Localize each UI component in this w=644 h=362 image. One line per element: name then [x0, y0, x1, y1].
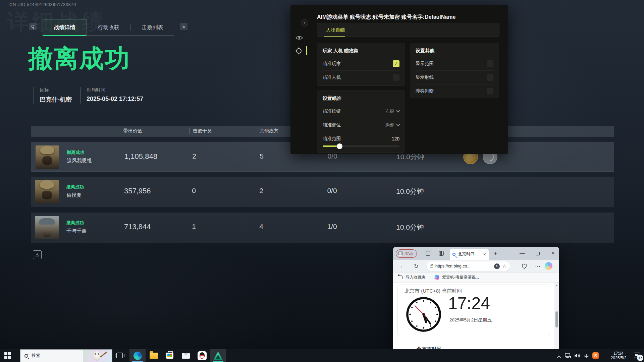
bookmark-site[interactable]: 爱壹帆-海量高清视...: [442, 275, 479, 280]
row-label: 瞄准人机: [323, 74, 341, 80]
bing-rewards-icon[interactable]: ↻: [494, 263, 500, 269]
current-date: 2025年5月2日星期五: [449, 317, 492, 323]
menu-row-aim-players[interactable]: 瞄准玩家 ✓: [323, 57, 399, 70]
back-icon[interactable]: ←: [399, 262, 407, 270]
avatar: [35, 180, 59, 203]
sogou-input-icon[interactable]: S: [592, 352, 599, 359]
header-other-enemies: 其他敌方: [256, 128, 278, 134]
taskbar-search-box[interactable]: 搜索: [20, 349, 112, 362]
taskbar-game[interactable]: [210, 349, 226, 362]
card-aim-settings: 设置瞄准 瞄准按键 右键 瞄准部位 胸部 瞄准范围 120: [317, 90, 405, 153]
row-carry-value: 713,844: [124, 223, 151, 231]
header-operator-kills: 击败干员: [189, 128, 212, 134]
menu-row-aim-key[interactable]: 瞄准按键 右键: [323, 104, 399, 118]
chevron-down-icon: [396, 122, 400, 126]
volume-icon[interactable]: [574, 353, 580, 360]
row-player-name: 追风我思维: [67, 158, 92, 164]
avatar: [36, 145, 59, 169]
warning-icon: ⚠: [33, 250, 42, 259]
tabs-underline: [86, 35, 174, 36]
workspaces-icon[interactable]: [425, 250, 431, 257]
checkbox-unchecked[interactable]: [393, 74, 399, 81]
row-status: 撤离成功: [66, 184, 84, 190]
tray-chevron-icon[interactable]: [557, 354, 561, 360]
tab-battle-detail[interactable]: 战绩详情: [43, 19, 87, 36]
more-menu-icon[interactable]: ⋯: [534, 262, 541, 270]
dropdown-value: 右键: [385, 108, 394, 114]
eye-icon[interactable]: [295, 35, 303, 42]
menu-row-aim-bots[interactable]: 瞄准人机: [323, 70, 399, 84]
taskbar-qq[interactable]: [194, 349, 210, 362]
chevron-down-icon: [396, 109, 400, 112]
menu-row-show-range[interactable]: 显示范围: [416, 57, 493, 70]
time-result-card: 北京市 (UTC+8) 当前时间 17:24 2025年5月2日星期五: [397, 285, 550, 336]
taskbar-file-explorer[interactable]: [146, 349, 162, 362]
url-text[interactable]: https://cn.bing.co...: [435, 264, 492, 268]
info-time: 对局时间 2025-05-02 17:12:57: [80, 87, 143, 104]
browser-essentials-icon[interactable]: [521, 262, 528, 270]
row-player-name: 偷摸夏: [66, 192, 82, 198]
task-view-button[interactable]: [116, 353, 123, 358]
taskbar-clock[interactable]: 17:24 2025/5/2: [604, 351, 633, 360]
new-tab-button[interactable]: +: [494, 250, 497, 257]
taskbar-store[interactable]: [162, 349, 178, 362]
card-other-settings: 设置其他 显示范围 显示射线 障碍判断: [410, 43, 499, 98]
tab-action-gains[interactable]: 行动收获: [87, 19, 130, 36]
aim-key-dropdown[interactable]: 右键: [385, 108, 399, 114]
favorite-star-icon[interactable]: ☆: [502, 263, 506, 269]
address-bar[interactable]: https://cn.bing.co... ↻ ☆: [427, 261, 510, 271]
aim-range-slider[interactable]: [323, 145, 399, 147]
bookmark-site-icon: [434, 275, 439, 280]
close-icon[interactable]: ×: [483, 252, 486, 257]
delta-triangle-icon: [214, 352, 223, 360]
network-icon[interactable]: [565, 353, 572, 360]
maximize-button[interactable]: [534, 250, 541, 257]
row-kills: 1: [187, 223, 201, 231]
minimize-button[interactable]: —: [519, 250, 526, 257]
tab-kill-list[interactable]: 击败列表: [130, 19, 174, 36]
menu-row-aim-range: 瞄准范围 120: [323, 132, 399, 145]
close-window-button[interactable]: ×: [550, 250, 556, 257]
checkbox-checked[interactable]: ✓: [393, 60, 399, 67]
browser-content: 北京市 (UTC+8) 当前时间 17:24 2025年5月2日星期五 北京市时…: [393, 283, 554, 349]
avatar: [35, 216, 59, 239]
start-button[interactable]: [4, 352, 11, 359]
checkbox-unchecked[interactable]: [487, 60, 493, 67]
scrollbar-thumb[interactable]: [555, 311, 558, 327]
refresh-icon[interactable]: ↻: [413, 262, 420, 270]
checkbox-unchecked[interactable]: [487, 74, 493, 81]
browser-toolbar: ← ↻ https://cn.bing.co... ↻ ☆ ⋯: [393, 260, 559, 273]
taskbar-edge[interactable]: [129, 349, 146, 362]
menu-collapse-button[interactable]: ›: [301, 19, 308, 26]
copilot-icon[interactable]: [545, 262, 552, 270]
tab-preview-icon[interactable]: [438, 250, 445, 257]
signin-button[interactable]: 登录: [396, 249, 417, 258]
menu-tabstrip: 人物自瞄: [317, 23, 499, 37]
row-label: 瞄准范围: [323, 136, 341, 142]
menu-row-show-ray[interactable]: 显示射线: [416, 70, 493, 84]
table-row[interactable]: 撤离成功 偷摸夏 357,956 0 2 0/0 10.0分钟: [31, 177, 614, 207]
checkbox-unchecked[interactable]: [487, 88, 493, 95]
page-title: 撤离成功: [28, 42, 130, 76]
notification-badge: 17: [637, 355, 643, 361]
crosshair-icon[interactable]: [295, 47, 303, 56]
table-row[interactable]: 撤离成功 千与千鑫 713,844 1 4 1/0 10.0分钟: [31, 213, 614, 243]
card-aim-type: 玩家 人机 瞄准类 瞄准玩家 ✓ 瞄准人机: [317, 43, 405, 86]
slider-thumb[interactable]: [337, 143, 342, 149]
keycap-e: E: [180, 23, 187, 30]
ime-indicator[interactable]: 中: [584, 353, 589, 359]
menu-row-aim-part[interactable]: 瞄准部位 胸部: [323, 118, 399, 132]
menu-row-obstacle-check[interactable]: 障碍判断: [416, 84, 493, 98]
search-highlight-image[interactable]: [83, 349, 112, 362]
aim-menu-panel: › AIM游戏菜单 账号状态:账号未加密 账号名字:DefaulName 人物自…: [290, 5, 508, 154]
browser-tab-active[interactable]: 北京时间 ×: [450, 249, 489, 260]
card-aim-type-title: 玩家 人机 瞄准类: [323, 48, 358, 54]
keycap-q: Q: [29, 23, 37, 30]
avatar: [397, 251, 403, 256]
scroll-up-icon[interactable]: ▲: [556, 284, 558, 286]
taskbar-mail[interactable]: [178, 349, 194, 362]
bookmark-import-favorites[interactable]: 导入收藏夹: [406, 275, 426, 280]
browser-scrollbar[interactable]: ▲: [554, 283, 559, 349]
aim-part-dropdown[interactable]: 胸部: [385, 122, 399, 128]
menu-tab-aimbot[interactable]: 人物自瞄: [326, 27, 345, 33]
